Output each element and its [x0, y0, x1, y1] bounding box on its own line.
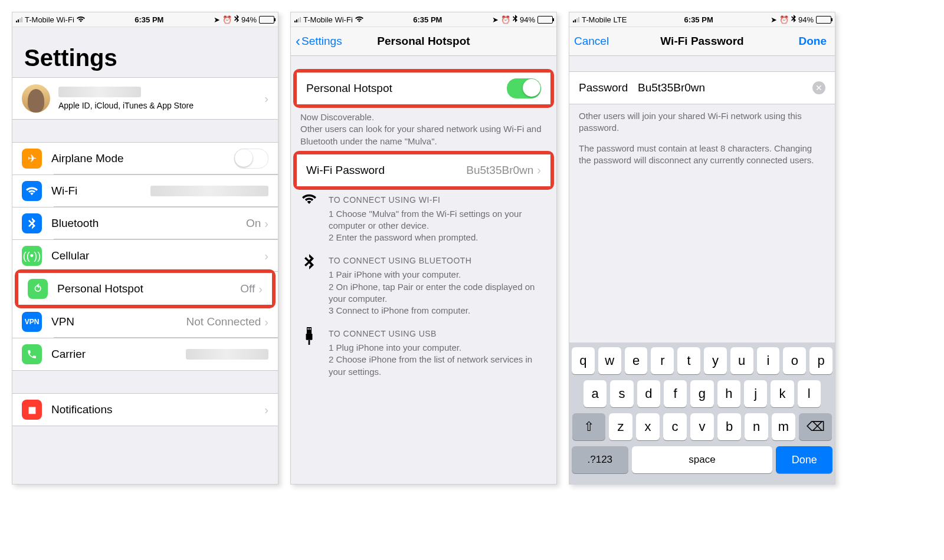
hotspot-icon: ⥀ — [28, 279, 48, 299]
key-b[interactable]: b — [717, 413, 741, 440]
key-d[interactable]: d — [637, 380, 660, 407]
cellular-icon: ((•)) — [22, 246, 42, 266]
done-label: Done — [799, 35, 827, 47]
nav-title: Personal Hotspot — [377, 35, 470, 48]
airplane-row[interactable]: ✈ Airplane Mode — [12, 143, 278, 174]
key-j[interactable]: j — [744, 380, 767, 407]
cancel-button[interactable]: Cancel — [574, 35, 609, 48]
wifi-instruct-head: TO CONNECT USING WI-FI — [329, 191, 547, 208]
key-o[interactable]: o — [783, 347, 806, 374]
discoverable-body: Other users can look for your shared net… — [300, 124, 542, 146]
screen-wifi-password: T-Mobile LTE 6:35 PM ➤ ⏰ 94% Cancel Wi-F… — [569, 12, 835, 485]
wifi-label: Wi-Fi — [51, 185, 150, 197]
key-q[interactable]: q — [572, 347, 595, 374]
key-z[interactable]: z — [609, 413, 632, 440]
hotspot-label: Personal Hotspot — [57, 282, 240, 295]
key-w[interactable]: w — [598, 347, 621, 374]
usb-icon — [300, 325, 318, 378]
carrier-icon — [22, 344, 42, 364]
done-button[interactable]: Done — [799, 35, 827, 48]
key-k[interactable]: k — [771, 380, 794, 407]
key-symbols[interactable]: .?123 — [572, 446, 628, 473]
notifications-row[interactable]: ◼ Notifications › — [12, 394, 278, 426]
key-y[interactable]: y — [704, 347, 727, 374]
battery-pct: 94% — [241, 15, 257, 24]
wifi-icon — [300, 191, 318, 244]
battery-icon — [816, 16, 831, 24]
password-help-2: The password must contain at least 8 cha… — [569, 140, 835, 173]
key-space[interactable]: space — [632, 446, 773, 473]
signal-icon — [16, 17, 22, 22]
cellular-row[interactable]: ((•)) Cellular › — [12, 239, 278, 272]
status-bar: T-Mobile Wi-Fi 6:35 PM ➤ ⏰ 94% — [12, 12, 278, 27]
clear-icon[interactable]: ✕ — [812, 81, 825, 94]
cancel-label: Cancel — [574, 35, 609, 48]
signal-icon — [573, 17, 579, 22]
airplane-icon: ✈ — [22, 149, 42, 169]
discoverable-text: Now Discoverable. Other users can look f… — [291, 106, 556, 153]
bluetooth-row[interactable]: Bluetooth On › — [12, 207, 278, 239]
key-g[interactable]: g — [690, 380, 713, 407]
wifi-icon — [77, 15, 85, 24]
password-field-value[interactable]: Bu5t35Br0wn — [638, 81, 812, 94]
bt-instruct-1: 1 Pair iPhone with your computer. — [329, 269, 547, 281]
key-delete[interactable]: ⌫ — [799, 413, 832, 440]
key-done[interactable]: Done — [776, 446, 832, 473]
carrier-row[interactable]: Carrier — [12, 338, 278, 370]
back-button[interactable]: ‹ Settings — [296, 34, 342, 48]
svg-rect-0 — [307, 327, 312, 334]
hotspot-toggle[interactable] — [507, 78, 541, 98]
vpn-row[interactable]: VPN VPN Not Connected › — [12, 306, 278, 338]
vpn-icon: VPN — [22, 312, 42, 332]
bluetooth-icon — [513, 15, 517, 24]
hotspot-toggle-label: Personal Hotspot — [306, 82, 507, 95]
key-n[interactable]: n — [745, 413, 768, 440]
key-h[interactable]: h — [717, 380, 740, 407]
wifi-row[interactable]: Wi-Fi — [12, 174, 278, 207]
location-icon: ➤ — [492, 15, 499, 24]
wifi-password-row[interactable]: Wi-Fi Password Bu5t35Br0wn › — [297, 154, 550, 186]
key-r[interactable]: r — [651, 347, 674, 374]
key-s[interactable]: s — [610, 380, 633, 407]
keyboard-row-1: q w e r t y u i o p — [572, 347, 832, 374]
avatar — [22, 84, 50, 113]
key-p[interactable]: p — [809, 347, 832, 374]
wifi-password-value: Bu5t35Br0wn — [466, 164, 537, 177]
key-e[interactable]: e — [625, 347, 648, 374]
wifi-password-label: Wi-Fi Password — [306, 164, 466, 177]
usb-instruct-2: 2 Choose iPhone from the list of network… — [329, 354, 547, 378]
key-u[interactable]: u — [730, 347, 753, 374]
key-m[interactable]: m — [772, 413, 795, 440]
key-t[interactable]: t — [677, 347, 700, 374]
key-i[interactable]: i — [757, 347, 780, 374]
carrier-value-redacted — [186, 349, 268, 360]
key-c[interactable]: c — [663, 413, 687, 440]
key-shift[interactable]: ⇧ — [572, 413, 605, 440]
clock: 6:35 PM — [413, 15, 442, 24]
key-l[interactable]: l — [798, 380, 821, 407]
key-a[interactable]: a — [584, 380, 607, 407]
screen-settings-root: T-Mobile Wi-Fi 6:35 PM ➤ ⏰ 94% Settings … — [12, 12, 278, 485]
hotspot-toggle-row[interactable]: Personal Hotspot — [297, 73, 550, 104]
chevron-right-icon: › — [264, 92, 268, 106]
keyboard-row-4: .?123 space Done — [572, 446, 832, 473]
key-x[interactable]: x — [636, 413, 660, 440]
carrier-label: T-Mobile Wi-Fi — [303, 15, 353, 24]
profile-group: Apple ID, iCloud, iTunes & App Store › — [12, 77, 278, 120]
notifications-group: ◼ Notifications › — [12, 393, 278, 426]
profile-row[interactable]: Apple ID, iCloud, iTunes & App Store › — [12, 78, 278, 119]
wifi-instructions: TO CONNECT USING WI-FI 1 Choose "Mulva" … — [291, 187, 556, 249]
password-row[interactable]: Password Bu5t35Br0wn ✕ — [569, 72, 835, 104]
airplane-toggle[interactable] — [234, 149, 268, 169]
bluetooth-icon — [234, 15, 239, 24]
chevron-right-icon: › — [264, 217, 268, 230]
back-label: Settings — [301, 35, 342, 48]
screen-hotspot: T-Mobile Wi-Fi 6:35 PM ➤ ⏰ 94% ‹ Setting… — [290, 12, 557, 485]
bluetooth-settings-icon — [22, 213, 42, 233]
key-f[interactable]: f — [664, 380, 687, 407]
carrier-label: T-Mobile Wi-Fi — [25, 15, 74, 24]
hotspot-row[interactable]: ⥀ Personal Hotspot Off › — [18, 273, 272, 305]
vpn-label: VPN — [51, 315, 186, 328]
key-v[interactable]: v — [690, 413, 714, 440]
svg-rect-3 — [306, 334, 313, 340]
